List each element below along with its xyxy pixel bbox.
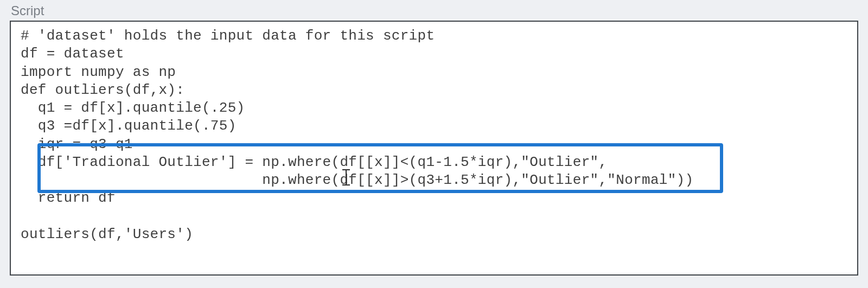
code-line[interactable]: np.where(df[[x]]>(q3+1.5*iqr),"Outlier",… — [21, 172, 693, 188]
code-line[interactable]: # 'dataset' holds the input data for thi… — [21, 28, 435, 44]
code-line[interactable]: import numpy as np — [21, 64, 176, 80]
script-editor[interactable]: # 'dataset' holds the input data for thi… — [10, 21, 858, 276]
script-panel: Script # 'dataset' holds the input data … — [0, 0, 868, 282]
panel-title: Script — [11, 3, 858, 18]
code-line[interactable]: iqr = q3-q1 — [21, 136, 133, 152]
code-line[interactable]: return df — [21, 190, 116, 206]
code-line[interactable]: q1 = df[x].quantile(.25) — [21, 100, 245, 116]
code-line[interactable]: def outliers(df,x): — [21, 82, 184, 98]
code-line[interactable]: outliers(df,'Users') — [21, 226, 193, 242]
code-line[interactable]: df['Tradional Outlier'] = np.where(df[[x… — [21, 154, 607, 170]
code-line[interactable]: q3 =df[x].quantile(.75) — [21, 118, 237, 134]
code-block[interactable]: # 'dataset' holds the input data for thi… — [21, 27, 847, 244]
code-line[interactable]: df = dataset — [21, 46, 124, 62]
